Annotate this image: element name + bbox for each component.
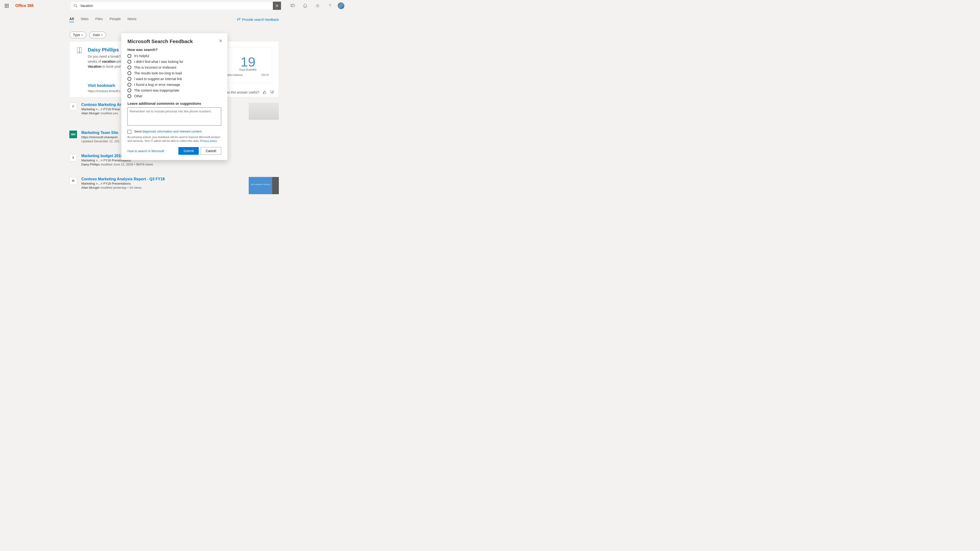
feedback-modal: Microsoft Search Feedback How was search… — [121, 33, 228, 160]
svg-rect-5 — [292, 5, 294, 7]
result-title[interactable]: Contoso Marketing Analysis Report - Q3 F… — [81, 177, 244, 181]
radio-option[interactable]: Other — [127, 94, 221, 98]
modal-footer: How to search in Microsoft Submit Cancel — [127, 147, 221, 155]
tab-row: All Sites Files People News — [69, 17, 136, 22]
avatar[interactable] — [338, 2, 344, 9]
svg-point-6 — [317, 5, 318, 6]
radio-option[interactable]: It's helpful — [127, 54, 221, 58]
radio-option[interactable]: I didn't find what I was looking for — [127, 60, 221, 64]
tab-all[interactable]: All — [69, 17, 74, 22]
help-link[interactable]: How to search in Microsoft — [127, 149, 164, 153]
feedback-icon — [237, 18, 240, 22]
radio-option[interactable]: I found a bug or error message — [127, 83, 221, 87]
svg-point-8 — [239, 18, 240, 19]
submit-button[interactable]: Submit — [178, 147, 199, 155]
radio-icon — [127, 89, 131, 92]
result-item[interactable]: W Contoso Marketing Analysis Report - Q3… — [69, 172, 279, 196]
diagnostic-row: Send diagnostic information and relevant… — [127, 130, 221, 134]
svg-point-7 — [330, 7, 330, 7]
radio-icon — [127, 60, 131, 64]
radio-option[interactable]: The results took too long to load — [127, 71, 221, 75]
feedback-link-label: Provide search feedback — [242, 18, 279, 22]
search-box — [71, 2, 281, 10]
result-meta: Allan Munger modified yesterday • 24 vie… — [81, 186, 244, 190]
tab-people[interactable]: People — [110, 17, 121, 22]
help-icon[interactable] — [325, 1, 335, 11]
result-path: Marketing >…> FY18 Presentations — [81, 182, 244, 185]
gear-icon[interactable] — [313, 1, 322, 11]
search-input[interactable] — [80, 4, 273, 8]
radio-icon — [127, 77, 131, 81]
excel-icon: X — [69, 154, 77, 161]
chat-icon[interactable] — [288, 1, 298, 11]
result-thumbnail: MY FAVORITE POSTS — [249, 177, 279, 194]
result-thumbnail — [249, 103, 279, 120]
radio-icon — [127, 54, 131, 58]
svg-line-1 — [76, 6, 78, 8]
thumb-up-icon[interactable] — [263, 91, 267, 94]
powerpoint-icon: P — [69, 103, 77, 110]
result-meta: Daisy Phillips modified June 12, 2018 • … — [81, 162, 279, 166]
svg-point-0 — [74, 4, 76, 7]
close-button[interactable] — [218, 38, 224, 44]
disclaimer-text: By pressing submit, your feedback will b… — [127, 135, 221, 143]
sub-nav: All Sites Files People News Provide sear… — [0, 11, 348, 28]
vacation-widget: 19 Days Available ation balance152 hr — [224, 47, 272, 83]
modal-question: How was search? — [127, 48, 221, 52]
bookmark-icon — [76, 47, 83, 54]
radio-group: It's helpful I didn't find what I was lo… — [127, 54, 221, 98]
widget-number: 19 — [240, 54, 255, 70]
thumb-down-icon[interactable] — [270, 91, 274, 94]
app-launcher-icon[interactable] — [2, 1, 11, 11]
radio-icon — [127, 65, 131, 69]
chevron-down-icon: ▾ — [81, 34, 83, 37]
word-icon: W — [69, 177, 77, 185]
radio-icon — [127, 94, 131, 98]
diagnostic-link[interactable]: diagnostic information and relevant cont… — [142, 130, 202, 133]
tab-sites[interactable]: Sites — [81, 17, 89, 22]
diagnostic-checkbox[interactable] — [127, 130, 131, 134]
cancel-button[interactable]: Cancel — [200, 147, 221, 155]
widget-label: Days Available — [239, 68, 256, 71]
header-actions — [288, 1, 346, 11]
modal-comments-label: Leave additional comments or suggestions — [127, 101, 221, 105]
tab-news[interactable]: News — [127, 17, 137, 22]
header: Office 365 — [0, 0, 348, 11]
search-icon — [71, 4, 80, 8]
filter-type[interactable]: Type ▾ — [69, 32, 86, 38]
radio-option[interactable]: The content was inappropriate — [127, 89, 221, 92]
provide-feedback-link[interactable]: Provide search feedback — [237, 18, 279, 22]
comments-input[interactable] — [127, 107, 221, 126]
chevron-down-icon: ▾ — [102, 34, 103, 37]
answer-feedback: Was this answer useful? — [223, 91, 274, 94]
clear-search-button[interactable] — [273, 2, 281, 10]
privacy-link[interactable]: Privacy policy. — [200, 139, 217, 142]
useful-question: Was this answer useful? — [223, 91, 259, 94]
modal-title: Microsoft Search Feedback — [127, 38, 221, 44]
tab-files[interactable]: Files — [95, 17, 103, 22]
widget-balance-row: ation balance152 hr — [224, 71, 272, 76]
site-icon: MM — [69, 131, 77, 138]
brand-label: Office 365 — [15, 3, 33, 8]
radio-icon — [127, 71, 131, 75]
radio-icon — [127, 83, 131, 87]
radio-option[interactable]: I want to suggest an internal link — [127, 77, 221, 81]
bell-icon[interactable] — [301, 1, 310, 11]
filter-date[interactable]: Date ▾ — [89, 32, 106, 38]
radio-option[interactable]: This is incorrect or irrelevant — [127, 65, 221, 69]
